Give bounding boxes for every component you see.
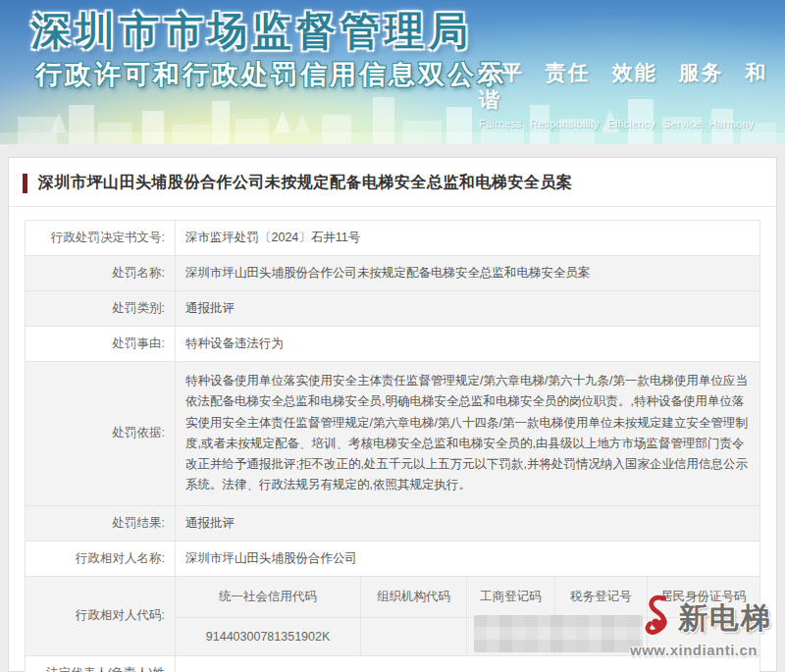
table-row: 行政处罚决定书文号: 深市监坪处罚〔2024〕石井11号 bbox=[26, 221, 760, 256]
content-panel: 深圳市坪山田头埔股份合作公司未按规定配备电梯安全总监和电梯安全员案 行政处罚决定… bbox=[8, 157, 777, 672]
table-row: 处罚依据: 特种设备使用单位落实使用安全主体责任监督管理规定/第六章电梯/第六十… bbox=[26, 362, 760, 506]
xindianti-watermark: 新电梯 www.xindianti.cn bbox=[615, 594, 772, 658]
row-value: 深圳市坪山田头埔股份合作公司 bbox=[176, 541, 760, 576]
row-label: 法定代表人(负责人)姓名: bbox=[26, 655, 176, 672]
codes-col-header: 组织机构代码 bbox=[361, 577, 467, 618]
table-row: 处罚名称: 深圳市坪山田头埔股份合作公司未按规定配备电梯安全总监和电梯安全员案 bbox=[26, 256, 760, 291]
xindianti-logo-icon bbox=[639, 594, 676, 643]
row-value: 特种设备使用单位落实使用安全主体责任监督管理规定/第六章电梯/第六十九条/第一款… bbox=[176, 362, 760, 506]
title-accent-bar bbox=[23, 174, 27, 193]
table-row: 行政相对人名称: 深圳市坪山田头埔股份合作公司 bbox=[26, 541, 760, 576]
row-label: 行政相对人名称: bbox=[26, 541, 176, 576]
brand-url: www.xindianti.cn bbox=[615, 642, 772, 658]
row-value: 通报批评 bbox=[176, 291, 760, 327]
row-label: 处罚名称: bbox=[26, 256, 176, 291]
row-label: 行政相对人代码: bbox=[26, 576, 176, 655]
row-label: 处罚类别: bbox=[26, 291, 176, 327]
table-row: 处罚事由: 特种设备违法行为 bbox=[26, 327, 760, 362]
site-banner: 深圳市市场监督管理局 行政许可和行政处罚信用信息双公示 公平 责任 效能 服务 … bbox=[0, 0, 785, 144]
empty-code-cell bbox=[361, 617, 467, 655]
slogan-chinese: 公平 责任 效能 服务 和谐 bbox=[479, 59, 785, 114]
slogan-block: 公平 责任 效能 服务 和谐 Fairness Responsibility E… bbox=[479, 59, 785, 129]
table-row: 处罚结果: 通报批评 bbox=[26, 505, 760, 541]
row-label: 处罚结果: bbox=[26, 505, 176, 541]
case-title-row: 深圳市坪山田头埔股份合作公司未按规定配备电梯安全总监和电梯安全员案 bbox=[9, 158, 776, 207]
table-row: 处罚类别: 通报批评 bbox=[26, 291, 760, 327]
page-title: 深圳市坪山田头埔股份合作公司未按规定配备电梯安全总监和电梯安全员案 bbox=[38, 173, 573, 193]
brand-name: 新电梯 bbox=[678, 598, 772, 639]
row-label: 处罚依据: bbox=[26, 362, 176, 506]
row-label: 行政处罚决定书文号: bbox=[26, 221, 176, 256]
row-value: 特种设备违法行为 bbox=[176, 327, 760, 362]
row-label: 处罚事由: bbox=[26, 327, 176, 362]
credit-code-value: 91440300781351902K bbox=[176, 617, 361, 655]
slogan-english: Fairness Responsibility Efficiency Servi… bbox=[479, 118, 785, 129]
codes-col-header: 工商登记码 bbox=[466, 577, 554, 618]
banner-subtitle: 行政许可和行政处罚信用信息双公示 bbox=[35, 57, 506, 92]
row-value: 深市监坪处罚〔2024〕石井11号 bbox=[176, 221, 760, 256]
row-value: 深圳市坪山田头埔股份合作公司未按规定配备电梯安全总监和电梯安全员案 bbox=[176, 256, 760, 291]
codes-col-header: 统一社会信用代码 bbox=[176, 577, 361, 618]
row-value: 通报批评 bbox=[176, 505, 760, 541]
org-title: 深圳市市场监督管理局 bbox=[31, 4, 473, 58]
